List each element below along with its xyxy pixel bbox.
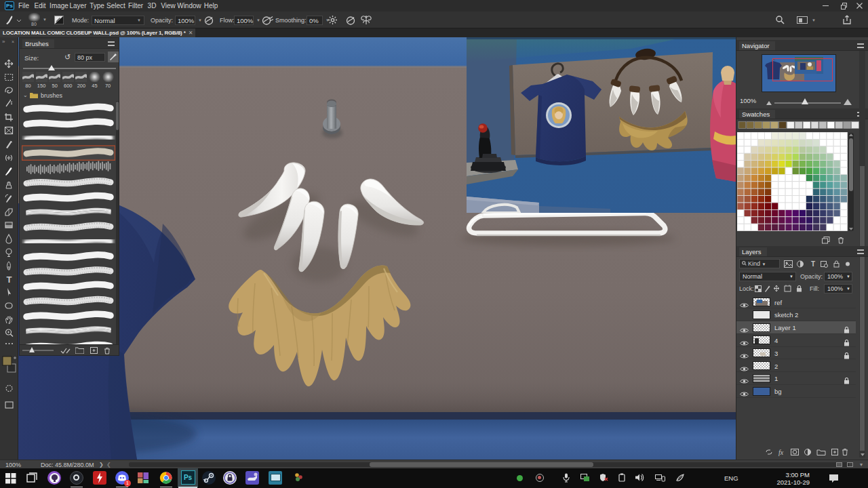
svg-text:»: »: [2, 39, 5, 45]
svg-text:T: T: [7, 274, 12, 285]
svg-text:T: T: [811, 260, 815, 268]
svg-text:fx: fx: [778, 449, 784, 456]
svg-text:×: ×: [12, 39, 14, 44]
